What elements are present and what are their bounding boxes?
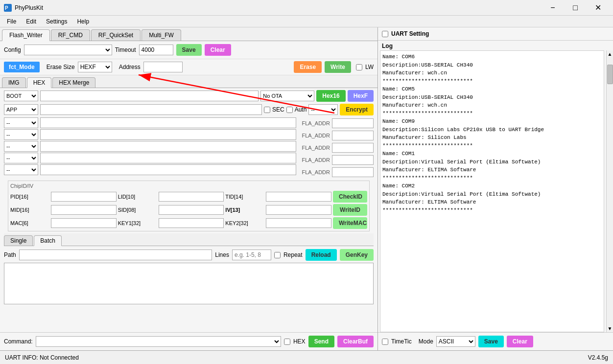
writemac-button[interactable]: WriteMAC (333, 217, 367, 229)
fla-addr-2[interactable] (332, 131, 374, 140)
repeat-checkbox[interactable] (274, 252, 281, 258)
boot-path-input[interactable] (40, 91, 259, 101)
extra-select-3[interactable]: -- (4, 141, 38, 152)
tab-hex[interactable]: HEX (27, 77, 52, 88)
status-bar: UART INFO: Not Connected V2.4.5g (0, 350, 613, 364)
extra-path-5[interactable] (40, 164, 296, 175)
fla-row-4: FLA_ADDR (298, 155, 374, 165)
auth-select[interactable]: -- (308, 104, 338, 115)
tab-img[interactable]: IMG (2, 77, 26, 88)
log-line: Manufacturer: ELTIMA Software (382, 198, 602, 206)
extra-path-3[interactable] (40, 141, 296, 152)
tid-input[interactable] (266, 192, 331, 202)
save-button[interactable]: Save (176, 44, 202, 56)
fla-addr-3[interactable] (332, 143, 374, 153)
genkey-button[interactable]: GenKey (340, 249, 374, 261)
auth-checkbox[interactable] (286, 107, 293, 113)
save-log-button[interactable]: Save (478, 336, 504, 347)
extra-path-1[interactable] (40, 117, 296, 128)
iv-label: IV[13] (225, 207, 264, 213)
checkid-button[interactable]: CheckID (333, 191, 367, 203)
fla-addr-1[interactable] (332, 118, 374, 128)
maximize-button[interactable]: □ (564, 0, 587, 16)
menu-file[interactable]: File (2, 17, 21, 26)
log-line: Description:Silicon Labs CP210x USB to U… (382, 126, 602, 134)
extra-path-2[interactable] (40, 129, 296, 140)
clearbuf-button[interactable]: ClearBuf (337, 336, 374, 347)
uart-checkbox[interactable] (382, 31, 388, 37)
extra-select-1[interactable]: -- (4, 117, 38, 128)
boot-select[interactable]: BOOT (4, 91, 38, 101)
chipid-title: ChipID/IV (10, 183, 367, 189)
log-area[interactable]: Name: COM6Description:USB-SERIAL CH340Ma… (380, 50, 604, 332)
fla-label-3: FLA_ADDR (298, 145, 330, 151)
extra-select-2[interactable]: -- (4, 129, 38, 140)
app-select[interactable]: APP (4, 104, 38, 115)
close-button[interactable]: ✕ (587, 0, 609, 16)
fla-addr-4[interactable] (332, 155, 374, 165)
bottom-tab-bar: Single Batch (4, 233, 374, 246)
mac-input[interactable] (51, 218, 117, 228)
fla-addr-5[interactable] (332, 167, 374, 177)
clear-button[interactable]: Clear (205, 44, 231, 56)
address-input[interactable] (143, 62, 183, 72)
lines-input[interactable] (232, 250, 271, 260)
pid-input[interactable] (51, 192, 117, 202)
scroll-up-arrow[interactable]: ▲ (607, 50, 613, 58)
mode-select[interactable]: ASCII HEX (436, 336, 475, 347)
reload-button[interactable]: Reload (306, 249, 337, 261)
log-scrollbar[interactable]: ▲ ▼ (606, 50, 613, 332)
key2-input[interactable] (266, 218, 331, 228)
sec-checkbox[interactable] (264, 107, 270, 113)
erase-size-select[interactable]: HEXF (78, 62, 112, 72)
mid-input[interactable] (51, 205, 117, 215)
scroll-down-arrow[interactable]: ▼ (607, 325, 613, 332)
config-select[interactable] (24, 45, 112, 55)
right-panel: UART Setting Log Name: COM6Description:U… (378, 27, 613, 350)
send-button[interactable]: Send (308, 336, 334, 347)
hex16-button[interactable]: Hex16 (316, 90, 345, 102)
tab-rf-quickset[interactable]: RF_QuickSet (91, 29, 141, 41)
erase-button[interactable]: Erase (294, 61, 322, 73)
hex-checkbox[interactable] (284, 339, 290, 345)
batch-textarea[interactable] (4, 263, 374, 304)
menu-help[interactable]: Help (72, 17, 94, 26)
lw-checkbox[interactable] (356, 64, 362, 70)
hexf-button[interactable]: HexF (348, 90, 374, 102)
command-label: Command: (4, 338, 33, 345)
tab-hex-merge[interactable]: HEX Merge (52, 77, 95, 88)
app-path-input[interactable] (40, 104, 262, 115)
hex-content: BOOT No OTA OTA OTA2 Hex16 HexF APP SEC (0, 88, 377, 332)
tab-single[interactable]: Single (4, 235, 33, 246)
log-line: Manufacturer: ELTIMA Software (382, 166, 602, 174)
scroll-thumb[interactable] (607, 65, 613, 84)
tab-rf-cmd[interactable]: RF_CMD (51, 29, 90, 41)
minimize-button[interactable]: − (542, 0, 564, 16)
iv-input[interactable] (266, 205, 331, 215)
ota-select[interactable]: No OTA OTA OTA2 (260, 91, 314, 101)
command-select[interactable] (36, 336, 281, 347)
extra-select-5[interactable]: -- (4, 164, 38, 175)
key2-label: KEY2[32] (225, 220, 264, 226)
clear-log-button[interactable]: Clear (507, 336, 533, 347)
tab-multi-fw[interactable]: Multi_FW (141, 29, 181, 41)
tab-batch[interactable]: Batch (34, 235, 62, 246)
timeout-input[interactable] (139, 45, 173, 55)
key1-input[interactable] (159, 218, 224, 228)
fct-mode-button[interactable]: fct_Mode (4, 62, 40, 72)
fla-label-4: FLA_ADDR (298, 157, 330, 163)
extra-select-4[interactable]: -- (4, 153, 38, 163)
extra-path-4[interactable] (40, 153, 296, 163)
batch-path-input[interactable] (19, 250, 212, 260)
log-line: Description:Virtual Serial Port (Eltima … (382, 190, 602, 199)
menu-edit[interactable]: Edit (21, 17, 41, 26)
menu-settings[interactable]: Settings (41, 17, 72, 26)
lid-input[interactable] (159, 192, 224, 202)
write-button[interactable]: Write (325, 61, 351, 73)
encrypt-button[interactable]: Encrypt (340, 104, 374, 115)
timeticc-checkbox[interactable] (382, 339, 388, 345)
writeid-button[interactable]: WriteID (333, 204, 367, 216)
sid-input[interactable] (159, 205, 224, 215)
tab-flash-writer[interactable]: Flash_Writer (2, 29, 50, 41)
fla-row-3: FLA_ADDR (298, 143, 374, 153)
